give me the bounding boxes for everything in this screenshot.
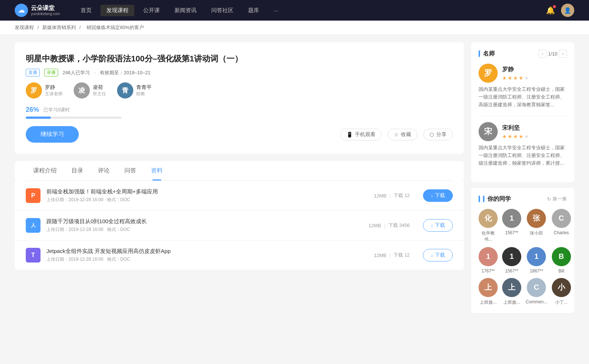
download-button-0[interactable]: ↓ 下载 <box>423 189 453 202</box>
teacher-card-desc-0: 国内某重点大学安全工程专业硕士，国家一级注册消防工程师、注册安全工程师、高级注册… <box>479 86 567 108</box>
resource-item-2: T Jetpack全组件实战 开发短视频应用高仿皮皮虾App 上传日期：2019… <box>15 240 464 270</box>
nav-qa[interactable]: 问答社区 <box>205 5 239 16</box>
teacher-card-info-1: 宋利坚 ★ ★ ★ ★ ★ <box>502 124 529 139</box>
classmate-name-10: Commen... <box>526 299 547 304</box>
download-button-2[interactable]: ↓ 下载 <box>423 249 453 261</box>
refresh-icon: ↻ <box>547 196 551 202</box>
resource-icon-2: T <box>26 248 40 263</box>
title-accent <box>479 50 480 57</box>
classmate-4: 1 1767** <box>479 247 498 274</box>
classmate-name-3: Charles <box>554 230 569 235</box>
mobile-watch-button[interactable]: 📱 手机观看 <box>340 129 382 140</box>
breadcrumb-link-1[interactable]: 发现课程 <box>15 25 34 30</box>
classmate-name-0: 化学教书... <box>479 230 498 243</box>
teacher-card-1: 宋 宋利坚 ★ ★ ★ ★ ★ 国内某重点大学安全工程专业硕士，国家一级注册消防… <box>479 122 567 167</box>
classmate-1: 1 1567** <box>502 209 521 243</box>
course-tabs-section: 课程介绍 目录 评论 问答 资料 P 前端全栈加强版！前端全栈+全周期+多端应用… <box>15 161 464 270</box>
teachers-page-nav: ‹ 1/10 › <box>539 50 567 58</box>
classmates-title-text: 你的同学 <box>487 195 511 203</box>
nav-more[interactable]: ··· <box>268 5 285 16</box>
resource-info-2: Jetpack全组件实战 开发短视频应用高仿皮皮虾App 上传日期：2019-1… <box>46 248 368 263</box>
resource-name-2: Jetpack全组件实战 开发短视频应用高仿皮皮虾App <box>46 248 368 255</box>
resource-downloads-2: 下载 12 <box>394 252 410 258</box>
course-valid: 有效期至：2019–10–21 <box>100 69 150 76</box>
nav-public[interactable]: 公开课 <box>137 5 166 16</box>
teacher-divider <box>479 116 567 116</box>
teacher-card-desc-1: 国内某重点大学安全工程专业硕士，国家一级注册消防工程师、注册安全工程师、级注册建… <box>479 144 567 167</box>
tab-resources[interactable]: 资料 <box>144 161 170 181</box>
stats-divider-1: | <box>384 223 385 228</box>
action-buttons: 📱 手机观看 ☆ 收藏 ⬡ 分享 <box>340 129 453 140</box>
share-button[interactable]: ⬡ 分享 <box>423 129 453 140</box>
resource-meta-2: 上传日期：2019-12-28 16:00 格式：DOC <box>46 256 368 263</box>
teacher-card-name-0: 罗静 <box>502 66 529 74</box>
user-avatar[interactable]: 👤 <box>561 4 574 17</box>
tab-catalog[interactable]: 目录 <box>64 161 91 181</box>
classmate-9: 上 上班族... <box>502 278 521 306</box>
teacher-card-info-0: 罗静 ★ ★ ★ ★ ★ <box>502 66 529 81</box>
breadcrumb: 发现课程 / 新媒体营销系列 / 销冠修炼术搞定80%的客户 <box>0 21 589 35</box>
tab-qa[interactable]: 问答 <box>117 161 144 181</box>
tag-record: 录播 <box>44 69 58 76</box>
logo[interactable]: ☁ 云朵课堂 yundoketang.com <box>15 4 60 17</box>
teacher-1: 凌 凌荷 班主任 <box>74 82 106 99</box>
classmate-avatar-2: 张 <box>527 209 546 228</box>
tab-intro[interactable]: 课程介绍 <box>26 161 64 181</box>
content-left: 明星中教授课，小学阶段语法100分–强化级第1讲动词（一） 直播 录播 246人… <box>15 42 464 319</box>
nav-home[interactable]: 首页 <box>75 5 98 16</box>
classmate-avatar-1: 1 <box>502 209 521 228</box>
classmates-accent <box>483 196 484 202</box>
teacher-card-header-0: 罗 罗静 ★ ★ ★ ★ ★ <box>479 64 567 83</box>
next-teacher-btn[interactable]: › <box>559 50 567 58</box>
resource-item-0: P 前端全栈加强版！前端全栈+全周期+多端应用 上传日期：2019-12-28 … <box>15 181 464 211</box>
course-title: 明星中教授课，小学阶段语法100分–强化级第1讲动词（一） <box>26 53 453 64</box>
collect-label: 收藏 <box>401 131 411 138</box>
breadcrumb-sep-1: / <box>38 25 40 30</box>
classmate-avatar-8: 上 <box>479 278 498 297</box>
course-card: 明星中教授课，小学阶段语法100分–强化级第1讲动词（一） 直播 录播 246人… <box>15 42 464 154</box>
classmate-avatar-0: 化 <box>479 209 498 228</box>
prev-teacher-btn[interactable]: ‹ <box>539 50 547 58</box>
teacher-page-info: 1/10 <box>548 51 557 57</box>
resource-downloads-1: 下载 3456 <box>388 222 410 229</box>
classmate-2: 张 张小田 <box>526 209 547 243</box>
nav-discover[interactable]: 发现课程 <box>100 5 134 16</box>
resource-stats-1: 12MB | 下载 3456 <box>368 222 410 229</box>
teacher-role-1: 班主任 <box>93 91 106 97</box>
tabs: 课程介绍 目录 评论 问答 资料 <box>26 161 453 181</box>
resource-list: P 前端全栈加强版！前端全栈+全周期+多端应用 上传日期：2019-12-28 … <box>15 181 464 270</box>
download-button-1[interactable]: ↓ 下载 <box>423 219 453 232</box>
nav-items: 首页 发现课程 公开课 新闻资讯 问答社区 题库 ··· <box>75 5 546 16</box>
mobile-icon: 📱 <box>346 132 353 138</box>
nav-quiz[interactable]: 题库 <box>242 5 265 16</box>
tag-live: 直播 <box>26 69 40 76</box>
refresh-button[interactable]: ↻ 换一换 <box>547 196 567 202</box>
teacher-info-1: 凌荷 班主任 <box>93 84 106 97</box>
resource-stats-2: 12MB | 下载 12 <box>374 252 410 258</box>
progress-label: 已学习0课时 <box>43 107 70 113</box>
collect-button[interactable]: ☆ 收藏 <box>388 129 417 140</box>
progress-bar-fill <box>26 117 51 119</box>
classmate-0: 化 化学教书... <box>479 209 498 243</box>
continue-button[interactable]: 继续学习 <box>26 126 79 143</box>
breadcrumb-link-2[interactable]: 新媒体营销系列 <box>42 25 76 30</box>
teachers-sidebar-header: 名师 ‹ 1/10 › <box>479 50 567 58</box>
classmate-7: B Bill <box>552 247 571 274</box>
teacher-0: 罗 罗静 主讲老师 <box>26 82 63 99</box>
resource-icon-0: P <box>26 188 40 203</box>
classmate-name-5: 1567** <box>505 268 518 274</box>
classmate-avatar-3: C <box>552 209 571 228</box>
teacher-name-0: 罗静 <box>45 84 63 91</box>
teacher-role-2: 助教 <box>136 91 152 97</box>
classmate-8: 上 上班族... <box>479 278 498 306</box>
teachers-sidebar-title-wrap: 名师 <box>479 50 495 58</box>
progress-header: 26% 已学习0课时 <box>26 106 453 114</box>
nav-news[interactable]: 新闻资讯 <box>169 5 202 16</box>
classmate-name-6: 1867** <box>530 268 543 274</box>
tab-comments[interactable]: 评论 <box>91 161 117 181</box>
classmate-11: 小 小丁... <box>552 278 571 306</box>
teacher-stars-1: ★ ★ ★ ★ ★ <box>502 133 529 139</box>
classmate-5: 1 1567** <box>502 247 521 274</box>
classmate-name-4: 1767** <box>482 268 495 274</box>
notification-bell[interactable]: 🔔 <box>546 6 555 15</box>
